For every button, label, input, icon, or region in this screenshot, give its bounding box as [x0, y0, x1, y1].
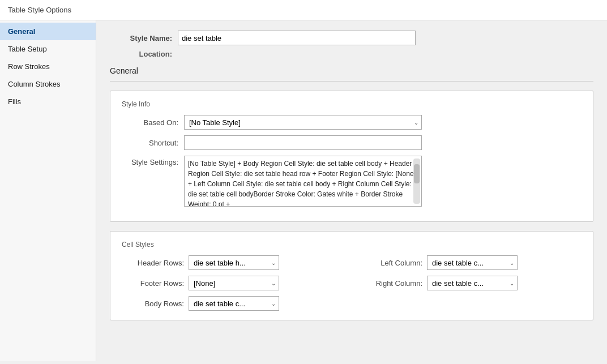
cell-styles-card-title: Cell Styles: [122, 241, 582, 249]
sidebar-item-row-strokes[interactable]: Row Strokes: [0, 58, 96, 75]
body-rows-label: Body Rows:: [122, 299, 184, 308]
based-on-label: Based On:: [122, 118, 178, 127]
content-area: Style Name: Location: General Style Info…: [96, 20, 607, 361]
right-column-row: Right Column: die set table c... ⌄: [360, 276, 582, 290]
title-text: Table Style Options: [8, 6, 71, 14]
sidebar-item-fills[interactable]: Fills: [0, 93, 96, 110]
left-column-select[interactable]: die set table c...: [427, 255, 518, 270]
shortcut-input[interactable]: [184, 135, 422, 150]
sidebar-item-general[interactable]: General: [0, 23, 96, 40]
based-on-select[interactable]: [No Table Style]: [184, 115, 422, 130]
left-column-label: Left Column:: [360, 259, 422, 267]
based-on-row: Based On: [No Table Style] ⌄: [122, 115, 582, 130]
scrollbar-track[interactable]: [413, 159, 420, 204]
header-rows-row: Header Rows: die set table h... ⌄: [122, 255, 343, 270]
shortcut-label: Shortcut:: [122, 139, 178, 147]
style-info-card: Style Info Based On: [No Table Style] ⌄ …: [110, 91, 593, 222]
footer-rows-label: Footer Rows:: [122, 279, 184, 288]
section-title: General: [110, 66, 593, 75]
location-row: Location:: [110, 50, 593, 58]
cell-styles-grid: Header Rows: die set table h... ⌄ Footer…: [122, 255, 582, 311]
style-settings-box: [No Table Style] + Body Region Cell Styl…: [184, 156, 422, 207]
section-divider: [110, 81, 593, 82]
body-rows-select[interactable]: die set table c...: [189, 296, 279, 311]
header-rows-select[interactable]: die set table h...: [189, 255, 279, 270]
sidebar-item-column-strokes[interactable]: Column Strokes: [0, 75, 96, 93]
body-rows-row: Body Rows: die set table c... ⌄: [122, 296, 343, 311]
sidebar-item-table-setup[interactable]: Table Setup: [0, 40, 96, 58]
main-layout: General Table Setup Row Strokes Column S…: [0, 20, 607, 361]
style-name-row: Style Name:: [110, 31, 593, 45]
shortcut-row: Shortcut:: [122, 135, 582, 150]
style-settings-row: Style Settings: [No Table Style] + Body …: [122, 156, 582, 207]
left-column-row: Left Column: die set table c... ⌄: [360, 255, 582, 270]
footer-rows-row: Footer Rows: [None] ⌄: [122, 276, 343, 290]
style-name-input[interactable]: [178, 31, 416, 45]
style-settings-text: [No Table Style] + Body Region Cell Styl…: [188, 160, 416, 207]
location-label: Location:: [110, 50, 172, 58]
cell-styles-card: Cell Styles Header Rows: die set table h…: [110, 231, 593, 320]
sidebar: General Table Setup Row Strokes Column S…: [0, 20, 96, 361]
footer-rows-select-wrapper: [None] ⌄: [189, 276, 279, 290]
scrollbar-thumb: [414, 164, 420, 183]
style-settings-label: Style Settings:: [122, 156, 178, 166]
style-name-label: Style Name:: [110, 34, 172, 42]
left-column-select-wrapper: die set table c... ⌄: [427, 255, 518, 270]
header-rows-label: Header Rows:: [122, 259, 184, 267]
header-rows-select-wrapper: die set table h... ⌄: [189, 255, 279, 270]
based-on-select-wrapper: [No Table Style] ⌄: [184, 115, 422, 130]
right-column-select[interactable]: die set table c...: [427, 276, 518, 290]
body-rows-select-wrapper: die set table c... ⌄: [189, 296, 279, 311]
right-column-select-wrapper: die set table c... ⌄: [427, 276, 518, 290]
cell-styles-left: Header Rows: die set table h... ⌄ Footer…: [122, 255, 343, 311]
footer-rows-select[interactable]: [None]: [189, 276, 279, 290]
style-info-card-title: Style Info: [122, 100, 582, 108]
right-column-label: Right Column:: [360, 279, 422, 288]
title-bar: Table Style Options: [0, 0, 607, 20]
cell-styles-right: Left Column: die set table c... ⌄ Right …: [360, 255, 582, 311]
